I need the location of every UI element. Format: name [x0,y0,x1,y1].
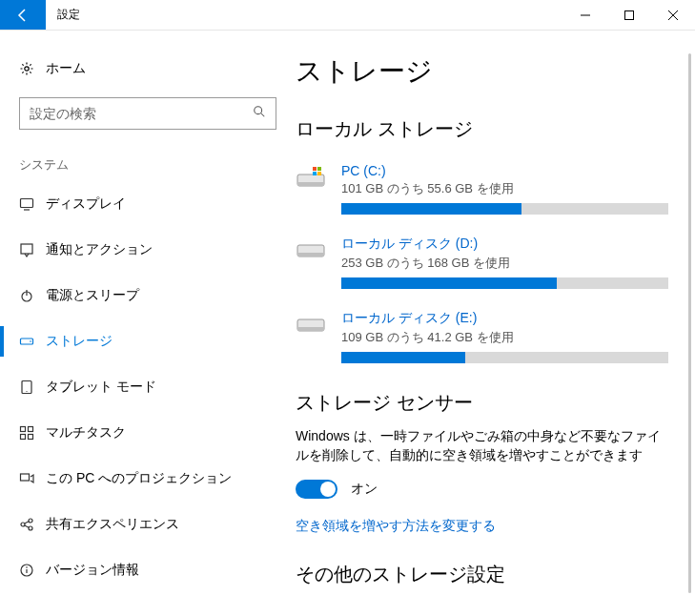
svg-rect-38 [297,327,324,331]
svg-rect-34 [317,172,321,175]
drive-usage-bar [341,277,668,289]
storage-sense-toggle[interactable] [296,480,337,499]
nav-storage[interactable]: ストレージ [0,318,296,364]
drive-item[interactable]: ローカル ディスク (E:) 109 GB のうち 41.2 GB を使用 [296,310,668,363]
home-button[interactable]: ホーム [0,50,296,88]
drive-usage-bar [341,203,668,215]
other-storage-heading: その他のストレージ設定 [296,562,668,587]
nav-power[interactable]: 電源とスリープ [0,273,296,318]
content-area: ストレージ ローカル ストレージ PC (C:) 101 GB のうち 55.6… [296,31,695,616]
back-button[interactable] [0,0,46,30]
notification-icon [19,242,46,257]
drive-name-link[interactable]: PC (C:) [341,163,668,178]
power-icon [19,288,46,303]
svg-rect-31 [313,167,317,171]
close-button[interactable] [651,0,695,30]
change-storage-sense-link[interactable]: 空き領域を増やす方法を変更する [296,518,496,535]
drive-usage-text: 101 GB のうち 55.6 GB を使用 [341,180,668,197]
nav-tablet[interactable]: タブレット モード [0,364,296,410]
svg-rect-32 [317,167,321,171]
scrollbar[interactable] [688,53,691,593]
storage-sense-heading: ストレージ センサー [296,390,668,416]
nav-about[interactable]: バージョン情報 [0,547,296,593]
window-title: 設定 [46,0,563,30]
drive-item[interactable]: ローカル ディスク (D:) 253 GB のうち 168 GB を使用 [296,236,668,289]
svg-rect-9 [21,244,32,254]
toggle-state-label: オン [351,481,378,498]
page-title: ストレージ [296,53,668,90]
local-storage-heading: ローカル ストレージ [296,116,668,142]
search-icon [253,105,266,122]
sidebar-section-label: システム [0,130,296,181]
svg-rect-20 [21,474,30,481]
svg-line-24 [25,522,30,524]
svg-point-5 [255,107,262,114]
svg-rect-7 [21,199,33,208]
svg-rect-16 [21,427,26,432]
svg-point-4 [25,67,29,71]
svg-rect-36 [297,253,324,257]
share-icon [19,517,46,532]
nav-shared-exp[interactable]: 共有エクスペリエンス [0,502,296,547]
svg-rect-33 [313,172,317,175]
svg-rect-18 [21,435,26,440]
svg-point-21 [21,523,25,526]
drive-icon [296,310,341,363]
info-icon [19,563,46,578]
svg-rect-19 [29,435,33,440]
display-icon [19,196,46,212]
minimize-button[interactable] [563,0,607,30]
nav-notifications[interactable]: 通知とアクション [0,227,296,273]
gear-icon [19,61,46,76]
search-input[interactable] [19,97,276,130]
drive-usage-bar [341,352,668,363]
svg-point-28 [26,566,28,568]
svg-rect-30 [297,182,324,186]
svg-point-15 [26,391,27,392]
drive-name-link[interactable]: ローカル ディスク (D:) [341,236,668,253]
projection-icon [19,471,46,486]
svg-point-22 [29,519,32,523]
drive-icon [296,236,341,289]
svg-rect-17 [29,427,33,432]
tablet-icon [19,380,46,395]
storage-icon [19,334,46,349]
drive-usage-text: 109 GB のうち 41.2 GB を使用 [341,329,668,346]
drive-c-icon [296,163,341,215]
drive-name-link[interactable]: ローカル ディスク (E:) [341,310,668,327]
storage-sense-description: Windows は、一時ファイルやごみ箱の中身など不要なファイルを削除して、自動… [296,427,668,464]
nav-display[interactable]: ディスプレイ [0,181,296,227]
nav-multitask[interactable]: マルチタスク [0,410,296,456]
svg-line-6 [261,113,265,117]
multitask-icon [19,425,46,441]
nav-projection[interactable]: この PC へのプロジェクション [0,456,296,502]
svg-point-23 [29,526,32,530]
drive-usage-text: 253 GB のうち 168 GB を使用 [341,255,668,272]
maximize-button[interactable] [607,0,651,30]
svg-point-13 [30,340,31,342]
svg-line-25 [25,525,30,527]
sidebar: ホーム システム ディスプレイ 通知とアクション 電源とスリープ ストレージ [0,31,296,616]
svg-rect-1 [625,10,634,19]
home-label: ホーム [46,60,86,77]
drive-item[interactable]: PC (C:) 101 GB のうち 55.6 GB を使用 [296,163,668,215]
